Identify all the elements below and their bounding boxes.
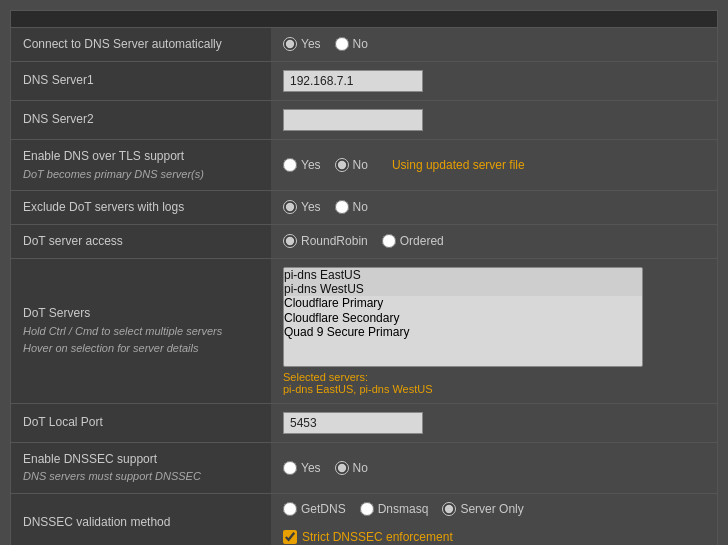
- radio-group-dns-over-tls: YesNoUsing updated server file: [283, 158, 705, 172]
- radio-input-dot-server-access-ordered[interactable]: [382, 234, 396, 248]
- checkbox-input-dnssec-validation[interactable]: [283, 530, 297, 544]
- radio-input-exclude-dot-logs-no[interactable]: [335, 200, 349, 214]
- selected-servers-label: Selected servers:: [283, 371, 705, 383]
- value-dns-server2: [271, 100, 717, 139]
- row-dot-servers: DoT ServersHold Ctrl / Cmd to select mul…: [11, 258, 717, 403]
- label-dot-local-port: DoT Local Port: [11, 403, 271, 442]
- label-dnssec-validation: DNSSEC validation method: [11, 493, 271, 545]
- radio-input-dot-server-access-roundrobin[interactable]: [283, 234, 297, 248]
- value-connect-auto: YesNo: [271, 28, 717, 61]
- dot-servers-listbox[interactable]: pi-dns EastUSpi-dns WestUSCloudflare Pri…: [283, 267, 643, 367]
- label-exclude-dot-logs: Exclude DoT servers with logs: [11, 190, 271, 224]
- radio-item-dnssec-validation-server-only[interactable]: Server Only: [442, 502, 523, 516]
- label-dot-server-access: DoT server access: [11, 224, 271, 258]
- row-dns-server1: DNS Server1: [11, 61, 717, 100]
- radio-item-dot-server-access-ordered[interactable]: Ordered: [382, 234, 444, 248]
- radio-input-dnssec-support-no[interactable]: [335, 461, 349, 475]
- checkbox-item-dnssec-validation[interactable]: Strict DNSSEC enforcement: [283, 530, 453, 544]
- row-exclude-dot-logs: Exclude DoT servers with logsYesNo: [11, 190, 717, 224]
- selected-servers-value: pi-dns EastUS, pi-dns WestUS: [283, 383, 705, 395]
- radio-item-dnssec-support-yes[interactable]: Yes: [283, 461, 321, 475]
- text-input-dns-server2[interactable]: [283, 109, 423, 131]
- dot-servers-container: pi-dns EastUSpi-dns WestUSCloudflare Pri…: [283, 267, 705, 395]
- row-dns-server2: DNS Server2: [11, 100, 717, 139]
- radio-group-dot-server-access: RoundRobinOrdered: [283, 234, 705, 248]
- settings-table: Connect to DNS Server automaticallyYesNo…: [11, 28, 717, 545]
- row-dot-server-access: DoT server accessRoundRobinOrdered: [11, 224, 717, 258]
- radio-group-dnssec-validation: GetDNSDnsmasqServer OnlyStrict DNSSEC en…: [283, 502, 705, 544]
- radio-item-dns-over-tls-no[interactable]: No: [335, 158, 368, 172]
- radio-item-dns-over-tls-yes[interactable]: Yes: [283, 158, 321, 172]
- row-dns-over-tls: Enable DNS over TLS supportDoT becomes p…: [11, 139, 717, 190]
- radio-group-dnssec-support: YesNo: [283, 461, 705, 475]
- text-input-dot-local-port[interactable]: [283, 412, 423, 434]
- radio-input-dnssec-validation-server-only[interactable]: [442, 502, 456, 516]
- radio-item-exclude-dot-logs-no[interactable]: No: [335, 200, 368, 214]
- label-dnssec-support: Enable DNSSEC supportDNS servers must su…: [11, 442, 271, 493]
- value-dns-server1: [271, 61, 717, 100]
- label-dns-server1: DNS Server1: [11, 61, 271, 100]
- value-dnssec-support: YesNo: [271, 442, 717, 493]
- radio-input-connect-auto-yes[interactable]: [283, 37, 297, 51]
- radio-input-connect-auto-no[interactable]: [335, 37, 349, 51]
- radio-item-dnssec-support-no[interactable]: No: [335, 461, 368, 475]
- listbox-item-0[interactable]: pi-dns EastUS: [284, 268, 642, 282]
- radio-item-exclude-dot-logs-yes[interactable]: Yes: [283, 200, 321, 214]
- radio-input-dnssec-validation-dnsmasq[interactable]: [360, 502, 374, 516]
- value-dnssec-validation: GetDNSDnsmasqServer OnlyStrict DNSSEC en…: [271, 493, 717, 545]
- panel-title: [11, 11, 717, 28]
- wan-dns-panel: Connect to DNS Server automaticallyYesNo…: [10, 10, 718, 545]
- radio-item-connect-auto-yes[interactable]: Yes: [283, 37, 321, 51]
- text-input-dns-server1[interactable]: [283, 70, 423, 92]
- radio-input-dnssec-support-yes[interactable]: [283, 461, 297, 475]
- radio-group-connect-auto: YesNo: [283, 37, 705, 51]
- value-exclude-dot-logs: YesNo: [271, 190, 717, 224]
- listbox-item-4[interactable]: Quad 9 Secure Primary: [284, 325, 642, 339]
- label-dns-server2: DNS Server2: [11, 100, 271, 139]
- radio-input-exclude-dot-logs-yes[interactable]: [283, 200, 297, 214]
- listbox-item-1[interactable]: pi-dns WestUS: [284, 282, 642, 296]
- value-dot-servers: pi-dns EastUSpi-dns WestUSCloudflare Pri…: [271, 258, 717, 403]
- listbox-item-3[interactable]: Cloudflare Secondary: [284, 311, 642, 325]
- label-dot-servers: DoT ServersHold Ctrl / Cmd to select mul…: [11, 258, 271, 403]
- radio-item-dot-server-access-roundrobin[interactable]: RoundRobin: [283, 234, 368, 248]
- status-text-dns-over-tls: Using updated server file: [392, 158, 525, 172]
- radio-input-dns-over-tls-yes[interactable]: [283, 158, 297, 172]
- radio-item-dnssec-validation-getdns[interactable]: GetDNS: [283, 502, 346, 516]
- radio-item-dnssec-validation-dnsmasq[interactable]: Dnsmasq: [360, 502, 429, 516]
- label-dns-over-tls: Enable DNS over TLS supportDoT becomes p…: [11, 139, 271, 190]
- row-connect-auto: Connect to DNS Server automaticallyYesNo: [11, 28, 717, 61]
- value-dot-local-port: [271, 403, 717, 442]
- row-dnssec-validation: DNSSEC validation methodGetDNSDnsmasqSer…: [11, 493, 717, 545]
- value-dns-over-tls: YesNoUsing updated server file: [271, 139, 717, 190]
- row-dnssec-support: Enable DNSSEC supportDNS servers must su…: [11, 442, 717, 493]
- radio-item-connect-auto-no[interactable]: No: [335, 37, 368, 51]
- label-connect-auto: Connect to DNS Server automatically: [11, 28, 271, 61]
- listbox-item-2[interactable]: Cloudflare Primary: [284, 296, 642, 310]
- radio-input-dns-over-tls-no[interactable]: [335, 158, 349, 172]
- radio-group-exclude-dot-logs: YesNo: [283, 200, 705, 214]
- radio-input-dnssec-validation-getdns[interactable]: [283, 502, 297, 516]
- row-dot-local-port: DoT Local Port: [11, 403, 717, 442]
- value-dot-server-access: RoundRobinOrdered: [271, 224, 717, 258]
